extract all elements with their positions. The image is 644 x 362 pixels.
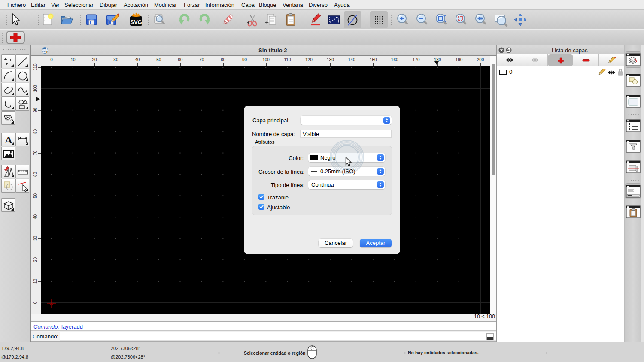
svg-text:A: A: [5, 134, 12, 145]
svg-text:SVG: SVG: [130, 19, 142, 25]
